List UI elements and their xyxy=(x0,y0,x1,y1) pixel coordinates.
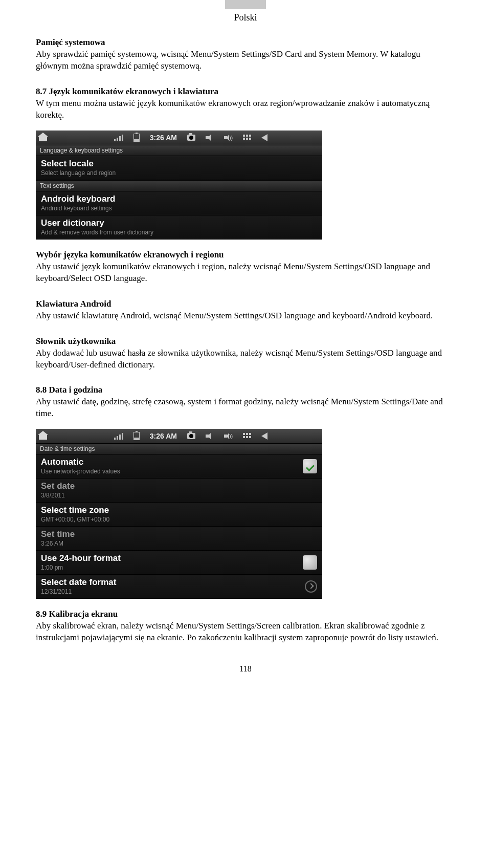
camera-icon[interactable] xyxy=(187,135,195,141)
home-icon[interactable] xyxy=(39,134,47,141)
status-time: 3:26 AM xyxy=(150,134,177,142)
row-title: Android keyboard xyxy=(41,194,115,204)
section-body-user-dictionary: Aby dodawać lub usuwać hasła ze słownika… xyxy=(36,348,455,371)
screenshot-date-time-settings: 3:26 AM )) Date & time settings Automati… xyxy=(36,429,322,599)
row-user-dictionary[interactable]: User dictionary Add & remove words from … xyxy=(36,215,322,240)
screen-header: Date & time settings xyxy=(36,443,322,454)
signal-icon xyxy=(114,134,123,141)
row-subtitle: GMT+00:00, GMT+00:00 xyxy=(41,516,109,523)
row-set-time[interactable]: Set time 3:26 AM xyxy=(36,527,322,551)
row-title: Select locale xyxy=(41,159,116,169)
menu-icon[interactable] xyxy=(243,135,251,141)
status-bar: 3:26 AM )) xyxy=(36,429,322,443)
row-select-locale[interactable]: Select locale Select language and region xyxy=(36,156,322,180)
row-title: Select date format xyxy=(41,577,116,588)
row-subtitle: 3:26 AM xyxy=(41,540,75,547)
section-title-locale-region: Wybór języka komunikatów ekranowych i re… xyxy=(36,250,455,260)
section-body-screen-calibration: Aby skalibrować ekran, należy wcisnąć Me… xyxy=(36,620,455,644)
row-title: Set time xyxy=(41,529,75,539)
checkbox-24hour[interactable] xyxy=(303,555,317,570)
row-title: User dictionary xyxy=(41,218,153,228)
row-subtitle: Select language and region xyxy=(41,169,116,177)
section-body-date-time: Aby ustawić datę, godzinę, strefę czasow… xyxy=(36,396,455,420)
status-bar: 3:26 AM )) xyxy=(36,131,322,145)
section-body-android-keyboard: Aby ustawić klawiaturę Android, wcisnąć … xyxy=(36,310,455,322)
row-title: Select time zone xyxy=(41,505,109,515)
volume-down-icon[interactable] xyxy=(206,432,214,440)
section-title-system-memory: Pamięć systemowa xyxy=(36,37,455,48)
battery-icon xyxy=(133,432,140,440)
row-subtitle: 12/31/2011 xyxy=(41,588,116,595)
volume-down-icon[interactable] xyxy=(206,134,214,141)
page-header: Polski xyxy=(36,0,455,23)
row-select-timezone[interactable]: Select time zone GMT+00:00, GMT+00:00 xyxy=(36,503,322,527)
volume-up-icon[interactable] xyxy=(224,134,232,141)
row-android-keyboard[interactable]: Android keyboard Android keyboard settin… xyxy=(36,191,322,215)
section-title-language-keyboard: 8.7 Język komunikatów ekranowych i klawi… xyxy=(36,86,455,97)
row-subtitle: Use network-provided values xyxy=(41,468,120,475)
signal-icon xyxy=(114,432,123,440)
battery-icon xyxy=(133,134,140,142)
screenshot-language-settings: 3:26 AM )) Language & keyboard settings … xyxy=(36,131,322,240)
chevron-right-icon xyxy=(305,580,317,593)
section-title-user-dictionary: Słownik użytkownika xyxy=(36,336,455,346)
page-number: 118 xyxy=(36,664,455,674)
section-title-date-time: 8.8 Data i godzina xyxy=(36,385,455,395)
section-body-system-memory: Aby sprawdzić pamięć systemową, wcisnąć … xyxy=(36,49,455,72)
menu-icon[interactable] xyxy=(243,433,251,439)
row-automatic[interactable]: Automatic Use network-provided values xyxy=(36,454,322,479)
row-set-date[interactable]: Set date 3/8/2011 xyxy=(36,479,322,503)
language-label: Polski xyxy=(234,12,257,23)
section-body-language-keyboard: W tym menu można ustawić język komunikat… xyxy=(36,98,455,121)
row-subtitle: 3/8/2011 xyxy=(41,492,75,499)
section-title-android-keyboard: Klawiatura Android xyxy=(36,299,455,309)
checkbox-automatic[interactable] xyxy=(303,459,317,473)
home-icon[interactable] xyxy=(39,432,47,440)
row-24-hour-format[interactable]: Use 24-hour format 1:00 pm xyxy=(36,551,322,575)
status-time: 3:26 AM xyxy=(150,432,177,440)
section-title-screen-calibration: 8.9 Kalibracja ekranu xyxy=(36,609,455,619)
section-body-locale-region: Aby ustawić język komunikatów ekranowych… xyxy=(36,261,455,285)
camera-icon[interactable] xyxy=(187,433,195,439)
row-subtitle: Android keyboard settings xyxy=(41,205,115,212)
row-title: Set date xyxy=(41,481,75,491)
back-icon[interactable] xyxy=(261,134,267,141)
row-subtitle: Add & remove words from user dictionary xyxy=(41,229,153,236)
row-subtitle: 1:00 pm xyxy=(41,564,121,571)
row-title: Use 24-hour format xyxy=(41,553,121,563)
back-icon[interactable] xyxy=(261,432,267,440)
volume-up-icon[interactable] xyxy=(224,432,232,440)
screen-header: Language & keyboard settings xyxy=(36,145,322,156)
row-select-date-format[interactable]: Select date format 12/31/2011 xyxy=(36,575,322,599)
row-title: Automatic xyxy=(41,457,120,467)
header-bar-decoration xyxy=(225,0,266,9)
sub-header-text-settings: Text settings xyxy=(36,180,322,191)
